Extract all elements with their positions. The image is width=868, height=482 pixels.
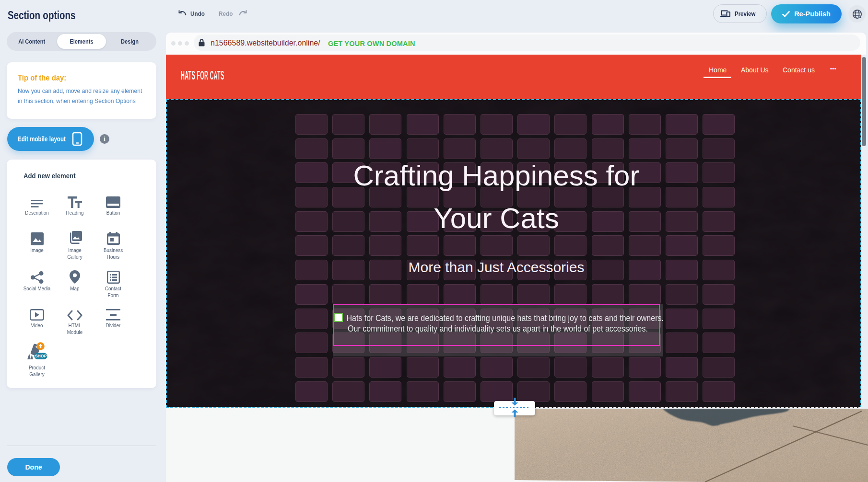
svg-text:SHOP: SHOP: [35, 354, 47, 358]
